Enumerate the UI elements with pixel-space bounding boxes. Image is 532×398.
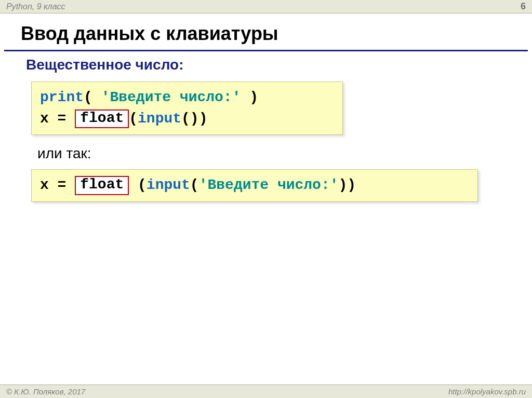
or-text: или так: (0, 138, 532, 166)
string-literal: 'Введите число:' (199, 177, 339, 193)
code-line-2: x = float(input()) (40, 108, 334, 130)
keyword-input: input (147, 177, 190, 193)
subtitle: Вещественное число: (0, 51, 532, 78)
footer-url: http://kpolyakov.spb.ru (448, 387, 526, 396)
slide-footer: © К.Ю. Поляков, 2017 http://kpolyakov.sp… (0, 385, 532, 398)
page-title: Ввод данных с клавиатуры (0, 13, 532, 50)
code-line-1: print( 'Введите число:' ) (40, 87, 334, 108)
code-block-1: print( 'Введите число:' ) x = float(inpu… (31, 81, 343, 135)
footer-copyright: © К.Ю. Поляков, 2017 (6, 387, 85, 396)
float-box: float (75, 109, 129, 129)
header-left: Python, 9 класс (6, 2, 65, 11)
float-box: float (75, 176, 129, 195)
page-number: 6 (521, 1, 526, 12)
slide-header: Python, 9 класс 6 (0, 0, 532, 13)
keyword-input: input (138, 111, 181, 127)
code-block-2: x = float (input('Введите число:')) (31, 169, 478, 202)
keyword-print: print (40, 89, 84, 105)
string-literal: 'Введите число:' (101, 89, 241, 105)
